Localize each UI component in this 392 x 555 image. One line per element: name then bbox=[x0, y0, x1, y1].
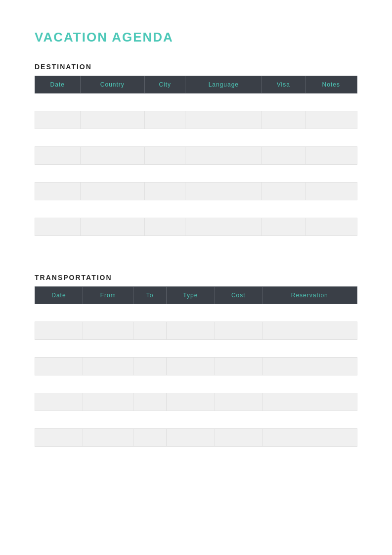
dest-notes-3[interactable] bbox=[305, 183, 357, 200]
trans-date-1[interactable] bbox=[35, 322, 83, 339]
dest-notes-4[interactable] bbox=[305, 218, 357, 236]
dest-notes-1[interactable] bbox=[305, 111, 357, 129]
transportation-table-header: Date From To Type Cost Reservation bbox=[35, 286, 357, 304]
dest-language-2[interactable] bbox=[185, 147, 262, 165]
dest-language-3[interactable] bbox=[185, 183, 262, 200]
dest-city-4[interactable] bbox=[145, 218, 185, 236]
transportation-table: Date From To Type Cost Reservation bbox=[35, 286, 357, 464]
dest-city-2[interactable] bbox=[145, 147, 185, 165]
table-row[interactable] bbox=[35, 147, 357, 165]
trans-col-type: Type bbox=[166, 286, 215, 304]
trans-from-2[interactable] bbox=[83, 357, 133, 375]
transportation-title: TRANSPORTATION bbox=[35, 274, 357, 281]
dest-visa-4[interactable] bbox=[262, 218, 305, 236]
trans-cost-4[interactable] bbox=[215, 428, 262, 446]
dest-country-1[interactable] bbox=[80, 111, 144, 129]
table-row[interactable] bbox=[35, 322, 357, 339]
trans-from-1[interactable] bbox=[83, 322, 133, 339]
trans-date-2[interactable] bbox=[35, 357, 83, 375]
dest-date-2[interactable] bbox=[35, 147, 81, 165]
table-row[interactable] bbox=[35, 183, 357, 200]
dest-date-4[interactable] bbox=[35, 218, 81, 236]
trans-col-cost: Cost bbox=[215, 286, 262, 304]
trans-to-4[interactable] bbox=[133, 428, 166, 446]
trans-col-date: Date bbox=[35, 286, 83, 304]
trans-type-3[interactable] bbox=[166, 393, 215, 411]
dest-col-city: City bbox=[145, 76, 185, 93]
trans-reservation-1[interactable] bbox=[262, 322, 357, 339]
destination-table-header: Date Country City Language Visa Notes bbox=[35, 76, 357, 93]
trans-type-4[interactable] bbox=[166, 428, 215, 446]
dest-visa-3[interactable] bbox=[262, 183, 305, 200]
dest-city-1[interactable] bbox=[145, 111, 185, 129]
dest-notes-2[interactable] bbox=[305, 147, 357, 165]
destination-section: DESTINATION Date Country City Language V… bbox=[35, 63, 357, 254]
dest-visa-2[interactable] bbox=[262, 147, 305, 165]
table-row[interactable] bbox=[35, 218, 357, 236]
trans-col-from: From bbox=[83, 286, 133, 304]
table-row[interactable] bbox=[35, 428, 357, 446]
dest-col-language: Language bbox=[185, 76, 262, 93]
transportation-section: TRANSPORTATION Date From To Type Cost Re… bbox=[35, 274, 357, 464]
dest-visa-1[interactable] bbox=[262, 111, 305, 129]
trans-to-3[interactable] bbox=[133, 393, 166, 411]
destination-table-body bbox=[35, 93, 357, 254]
dest-col-notes: Notes bbox=[305, 76, 357, 93]
trans-cost-1[interactable] bbox=[215, 322, 262, 339]
trans-from-3[interactable] bbox=[83, 393, 133, 411]
destination-title: DESTINATION bbox=[35, 63, 357, 71]
transportation-table-body bbox=[35, 304, 357, 464]
dest-date-1[interactable] bbox=[35, 111, 81, 129]
dest-country-2[interactable] bbox=[80, 147, 144, 165]
table-row[interactable] bbox=[35, 357, 357, 375]
dest-language-4[interactable] bbox=[185, 218, 262, 236]
trans-cost-2[interactable] bbox=[215, 357, 262, 375]
trans-type-2[interactable] bbox=[166, 357, 215, 375]
trans-col-reservation: Reservation bbox=[262, 286, 357, 304]
dest-country-3[interactable] bbox=[80, 183, 144, 200]
trans-type-1[interactable] bbox=[166, 322, 215, 339]
trans-reservation-3[interactable] bbox=[262, 393, 357, 411]
dest-city-3[interactable] bbox=[145, 183, 185, 200]
dest-col-country: Country bbox=[80, 76, 144, 93]
dest-country-4[interactable] bbox=[80, 218, 144, 236]
dest-language-1[interactable] bbox=[185, 111, 262, 129]
trans-cost-3[interactable] bbox=[215, 393, 262, 411]
trans-date-4[interactable] bbox=[35, 428, 83, 446]
destination-table: Date Country City Language Visa Notes bbox=[35, 76, 357, 254]
trans-to-1[interactable] bbox=[133, 322, 166, 339]
trans-from-4[interactable] bbox=[83, 428, 133, 446]
table-row[interactable] bbox=[35, 111, 357, 129]
dest-col-visa: Visa bbox=[262, 76, 305, 93]
dest-col-date: Date bbox=[35, 76, 81, 93]
table-row[interactable] bbox=[35, 393, 357, 411]
trans-to-2[interactable] bbox=[133, 357, 166, 375]
trans-col-to: To bbox=[133, 286, 166, 304]
trans-reservation-4[interactable] bbox=[262, 428, 357, 446]
page-title: VACATION AGENDA bbox=[35, 30, 357, 45]
trans-date-3[interactable] bbox=[35, 393, 83, 411]
trans-reservation-2[interactable] bbox=[262, 357, 357, 375]
dest-date-3[interactable] bbox=[35, 183, 81, 200]
